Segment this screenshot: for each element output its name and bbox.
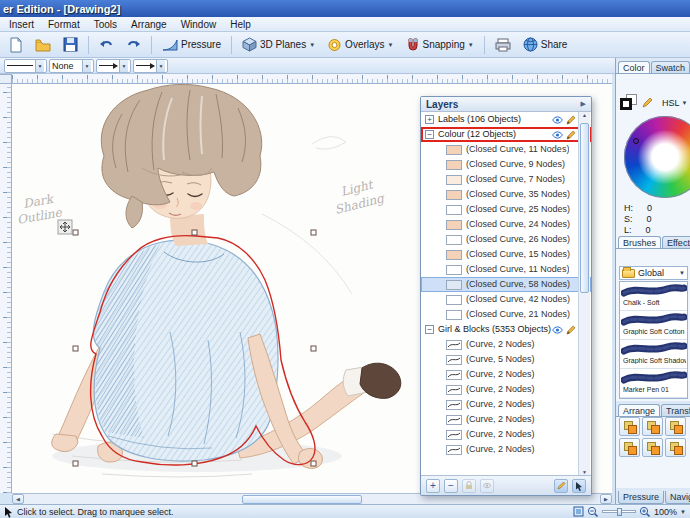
vertical-ruler[interactable] bbox=[0, 84, 12, 493]
brush-item[interactable]: Graphic Soft Cotton bbox=[620, 311, 687, 340]
open-button[interactable] bbox=[30, 34, 56, 56]
select-objects-button[interactable] bbox=[572, 479, 586, 493]
visibility-button[interactable] bbox=[480, 479, 494, 493]
chevron-down-icon: ▼ bbox=[388, 42, 394, 48]
undo-button[interactable] bbox=[94, 34, 119, 56]
share-button[interactable]: Share bbox=[518, 34, 573, 56]
menu-item-tools[interactable]: Tools bbox=[87, 19, 124, 30]
slider-thumb[interactable] bbox=[617, 508, 622, 516]
layer-group-row[interactable]: +Labels (106 Objects) bbox=[421, 112, 591, 127]
expander-icon[interactable]: − bbox=[425, 325, 434, 334]
layer-object-row[interactable]: (Curve, 2 Nodes) bbox=[421, 382, 591, 397]
overlays-button[interactable]: Overlays▼ bbox=[322, 34, 398, 56]
horizontal-ruler[interactable] bbox=[12, 74, 612, 84]
layer-object-row[interactable]: (Closed Curve, 11 Nodes) bbox=[421, 142, 591, 157]
layer-object-row[interactable]: (Closed Curve, 42 Nodes) bbox=[421, 292, 591, 307]
visibility-eye-icon[interactable] bbox=[552, 116, 563, 124]
zoom-in-icon[interactable] bbox=[639, 506, 651, 517]
redo-button[interactable] bbox=[121, 34, 146, 56]
zoom-out-icon[interactable] bbox=[587, 506, 599, 517]
new-document-button[interactable] bbox=[4, 34, 28, 56]
layers-panel-header[interactable]: Layers ▶ bbox=[421, 97, 591, 112]
menu-item-help[interactable]: Help bbox=[223, 19, 258, 30]
brush-item[interactable]: Marker Pen 01 bbox=[620, 369, 687, 398]
edit-all-layers-button[interactable] bbox=[554, 479, 568, 493]
expander-icon[interactable]: + bbox=[425, 115, 434, 124]
chevron-down-icon[interactable]: ▼ bbox=[680, 509, 686, 515]
arrange-order-back-button[interactable] bbox=[619, 438, 640, 457]
layer-object-row[interactable]: (Closed Curve, 24 Nodes) bbox=[421, 217, 591, 232]
edit-pencil-icon[interactable] bbox=[566, 130, 576, 140]
layer-object-row[interactable]: (Curve, 2 Nodes) bbox=[421, 367, 591, 382]
scrollbar-thumb[interactable] bbox=[580, 123, 589, 293]
layer-object-row[interactable]: (Closed Curve, 9 Nodes) bbox=[421, 157, 591, 172]
add-layer-button[interactable]: + bbox=[426, 479, 440, 493]
layer-group-row[interactable]: −Girl & Blocks (5353 Objects) bbox=[421, 322, 591, 337]
snapping-button[interactable]: Snapping▼ bbox=[401, 34, 479, 56]
menu-item-window[interactable]: Window bbox=[174, 19, 224, 30]
brush-category-select[interactable]: Global ▼ bbox=[619, 266, 688, 280]
scroll-up-icon[interactable]: ▲ bbox=[579, 112, 590, 122]
arrange-distribute-button[interactable] bbox=[665, 438, 686, 457]
scroll-right-icon[interactable]: ▶ bbox=[600, 494, 612, 504]
layer-object-row[interactable]: (Closed Curve, 58 Nodes) bbox=[421, 277, 591, 292]
save-button[interactable] bbox=[58, 34, 83, 56]
line-style-select[interactable]: None▼ bbox=[49, 59, 94, 73]
tab-navigator[interactable]: Navigator bbox=[665, 491, 690, 504]
arrow-start-select[interactable]: ▼ bbox=[96, 59, 131, 73]
line-weight-select[interactable]: ▼ bbox=[4, 59, 47, 73]
zoom-value[interactable]: 100% bbox=[654, 507, 677, 517]
layer-object-row[interactable]: (Closed Curve, 21 Nodes) bbox=[421, 307, 591, 322]
fit-page-icon[interactable] bbox=[573, 506, 584, 517]
layer-object-row[interactable]: (Curve, 2 Nodes) bbox=[421, 412, 591, 427]
layer-object-row[interactable]: (Curve, 5 Nodes) bbox=[421, 352, 591, 367]
arrange-align-button[interactable] bbox=[642, 438, 663, 457]
arrange-order-front-button[interactable] bbox=[619, 417, 640, 436]
title-bar[interactable]: er Edition - [Drawing2] bbox=[0, 0, 690, 17]
edit-pencil-icon[interactable] bbox=[566, 325, 576, 335]
scrollbar-thumb[interactable] bbox=[242, 495, 362, 504]
menu-item-insert[interactable]: Insert bbox=[2, 19, 41, 30]
arrange-order-forward-button[interactable] bbox=[642, 417, 663, 436]
3d-planes-button[interactable]: 3D Planes▼ bbox=[237, 34, 320, 56]
arrange-order-backward-button[interactable] bbox=[665, 417, 686, 436]
visibility-eye-icon[interactable] bbox=[552, 131, 563, 139]
layer-object-row[interactable]: (Curve, 2 Nodes) bbox=[421, 337, 591, 352]
layer-object-row[interactable]: (Closed Curve, 26 Nodes) bbox=[421, 232, 591, 247]
lock-layer-button[interactable] bbox=[462, 479, 476, 493]
curve-thumbnail bbox=[447, 431, 461, 439]
expander-icon[interactable]: − bbox=[425, 130, 434, 139]
ruler-corner[interactable] bbox=[0, 74, 12, 84]
menu-item-arrange[interactable]: Arrange bbox=[124, 19, 174, 30]
pressure-button[interactable]: Pressure bbox=[157, 34, 226, 56]
color-mode-select[interactable]: HSL▼ bbox=[662, 98, 687, 108]
menu-item-format[interactable]: Format bbox=[41, 19, 87, 30]
move-handle-icon[interactable] bbox=[58, 220, 72, 234]
pencil-icon[interactable] bbox=[642, 97, 653, 108]
layer-object-row[interactable]: (Curve, 2 Nodes) bbox=[421, 397, 591, 412]
layer-object-row[interactable]: (Closed Curve, 11 Nodes) bbox=[421, 262, 591, 277]
layer-object-row[interactable]: (Closed Curve, 15 Nodes) bbox=[421, 247, 591, 262]
layers-scrollbar[interactable]: ▲ ▼ bbox=[578, 112, 590, 475]
brush-item[interactable]: Chalk - Soft bbox=[620, 282, 687, 311]
layer-group-row[interactable]: −Colour (12 Objects) bbox=[421, 127, 591, 142]
zoom-slider[interactable] bbox=[602, 510, 636, 513]
delete-layer-button[interactable]: − bbox=[444, 479, 458, 493]
layer-object-row[interactable]: (Closed Curve, 35 Nodes) bbox=[421, 187, 591, 202]
layer-object-row[interactable]: (Closed Curve, 25 Nodes) bbox=[421, 202, 591, 217]
color-wheel[interactable] bbox=[624, 116, 690, 198]
layer-object-row[interactable]: (Curve, 2 Nodes) bbox=[421, 427, 591, 442]
arrow-end-select[interactable]: ▼ bbox=[133, 59, 168, 73]
print-button[interactable] bbox=[490, 34, 516, 56]
undo-icon bbox=[99, 38, 114, 52]
layer-object-row[interactable]: (Curve, 2 Nodes) bbox=[421, 442, 591, 457]
line-fill-swatch[interactable] bbox=[620, 94, 639, 111]
scroll-left-icon[interactable]: ◀ bbox=[12, 494, 24, 504]
color-wheel-marker[interactable] bbox=[633, 138, 639, 144]
edit-pencil-icon[interactable] bbox=[566, 115, 576, 125]
visibility-eye-icon[interactable] bbox=[552, 326, 563, 334]
layer-object-row[interactable]: (Closed Curve, 7 Nodes) bbox=[421, 172, 591, 187]
collapse-panel-icon[interactable]: ▶ bbox=[581, 100, 586, 108]
tab-pressure[interactable]: Pressure bbox=[618, 491, 664, 504]
brush-item[interactable]: Graphic Soft Shadow bbox=[620, 340, 687, 369]
